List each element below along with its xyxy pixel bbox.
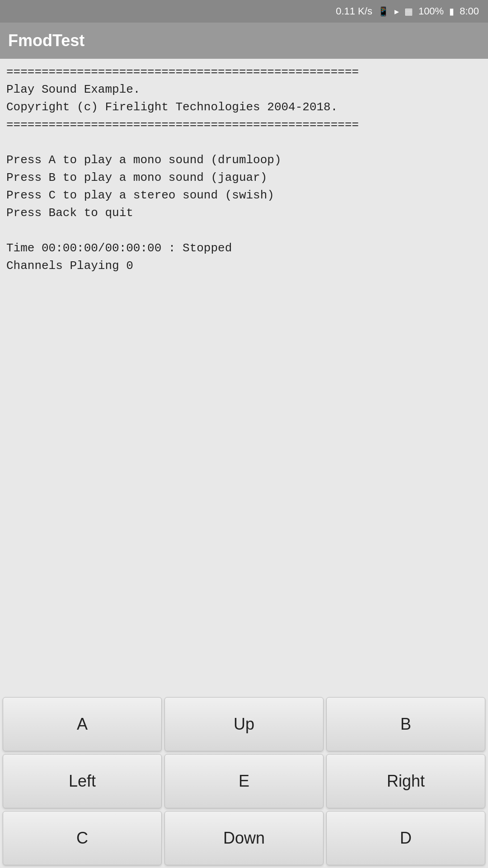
button-up[interactable]: Up — [164, 697, 324, 751]
button-right[interactable]: Right — [326, 754, 485, 808]
button-b[interactable]: B — [326, 697, 485, 751]
title-bar: FmodTest — [0, 23, 488, 59]
app-title: FmodTest — [8, 31, 84, 50]
button-c[interactable]: C — [3, 811, 162, 865]
button-a[interactable]: A — [3, 697, 162, 751]
battery-icon: ▮ — [449, 6, 454, 17]
status-bar: 0.11 K/s 📱 ▸ ▦ 100% ▮ 8:00 — [0, 0, 488, 23]
network-speed: 0.11 K/s — [336, 5, 372, 17]
button-e[interactable]: E — [164, 754, 324, 808]
button-down[interactable]: Down — [164, 811, 324, 865]
wifi-icon: ▸ — [394, 6, 399, 17]
clock: 8:00 — [460, 5, 479, 17]
vibrate-icon: 📱 — [378, 6, 389, 17]
battery-percent: 100% — [418, 5, 444, 17]
signal-icon: ▦ — [404, 6, 413, 17]
console-output: ========================================… — [6, 63, 482, 275]
button-left[interactable]: Left — [3, 754, 162, 808]
button-d[interactable]: D — [326, 811, 485, 865]
button-grid: A Up B Left E Right C Down D — [0, 694, 488, 868]
main-content: ========================================… — [0, 59, 488, 694]
